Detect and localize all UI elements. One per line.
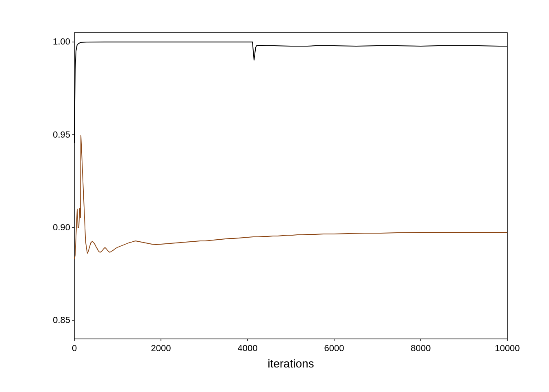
x-tick-label-6000: 6000 [324, 343, 344, 353]
y-tick-label-0.90: 0.90 [53, 222, 70, 232]
plot-area [74, 33, 507, 339]
x-tick-label-10000: 10000 [495, 343, 520, 353]
x-tick-label-2000: 2000 [151, 343, 171, 353]
x-tick-label-8000: 8000 [411, 343, 431, 353]
y-tick-label-0.85: 0.85 [53, 315, 70, 325]
x-tick-label-4000: 4000 [238, 343, 258, 353]
y-tick-label-1.00: 1.00 [53, 36, 70, 47]
x-axis-label: iterations [268, 357, 314, 370]
y-tick-label-0.95: 0.95 [53, 129, 70, 140]
x-tick-label-0: 0 [72, 343, 77, 353]
chart-container: 1.00 0.95 0.90 0.85 0 2000 4000 6000 [29, 20, 520, 372]
